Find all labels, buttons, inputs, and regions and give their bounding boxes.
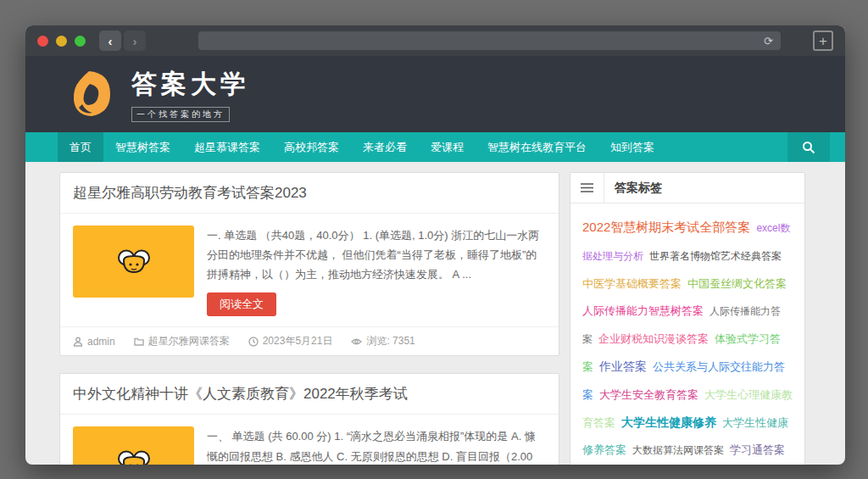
browser-titlebar: ‹ › ⟳ + (25, 25, 845, 56)
main-nav: 首页智慧树答案超星慕课答案高校邦答案来者必看爱课程智慧树在线教育平台知到答案 (25, 132, 845, 162)
tag-link[interactable]: 大学生安全教育答案 (599, 388, 698, 401)
maximize-window-button[interactable] (75, 36, 86, 47)
list-icon (581, 182, 593, 193)
address-bar[interactable]: ⟳ (198, 31, 781, 50)
browser-window: ‹ › ⟳ + 答案大学 一个找答案的地方 首页智慧树答案超星慕课答案高校邦答案… (25, 25, 845, 465)
minimize-window-button[interactable] (56, 36, 67, 47)
read-more-button[interactable]: 阅读全文 (207, 292, 276, 316)
refresh-icon[interactable]: ⟳ (764, 35, 773, 47)
cartoon-dog-face-image (73, 226, 194, 298)
search-button[interactable] (787, 132, 830, 162)
tag-link[interactable]: 人际传播能力智慧树答案 (582, 304, 704, 317)
tag-link[interactable]: 学习通答案 (730, 443, 785, 456)
article-date: 2023年5月21日 (248, 334, 333, 348)
search-icon (802, 141, 815, 154)
url-input[interactable] (198, 31, 781, 50)
browser-back-button[interactable]: ‹ (99, 31, 121, 51)
sidebar-title: 答案标签 (604, 181, 672, 196)
tag-link[interactable]: 大学生性健康修养 (621, 415, 716, 429)
article-title[interactable]: 超星尔雅高职劳动教育考试答案2023 (60, 173, 559, 214)
article-card: 中外文化精神十讲《人文素质教育》2022年秋季考试 一、 (59, 373, 559, 465)
nav-item-来者必看[interactable]: 来者必看 (351, 132, 419, 162)
tag-link[interactable]: 中医学基础概要答案 (582, 277, 682, 290)
main-nav-items: 首页智慧树答案超星慕课答案高校邦答案来者必看爱课程智慧树在线教育平台知到答案 (58, 132, 666, 162)
nav-item-高校邦答案[interactable]: 高校邦答案 (272, 132, 351, 162)
article-thumbnail[interactable] (73, 426, 194, 465)
cartoon-dog-face-image (73, 426, 194, 465)
site-title[interactable]: 答案大学 (131, 67, 250, 102)
page-content: 超星尔雅高职劳动教育考试答案2023 一. 单选题 （共 (25, 162, 845, 465)
site-logo-icon (64, 67, 118, 121)
article-title[interactable]: 中外文化精神十讲《人文素质教育》2022年秋季考试 (60, 374, 559, 415)
tag-cloud: 2022智慧树期末考试全部答案excel数据处理与分析世界著名博物馆艺术经典答案… (570, 203, 804, 465)
site-tagline: 一个找答案的地方 (131, 107, 230, 122)
sidebar: 答案标签 2022智慧树期末考试全部答案excel数据处理与分析世界著名博物馆艺… (570, 172, 805, 465)
article-author: admin (73, 336, 115, 348)
eye-icon (351, 337, 362, 347)
nav-item-智慧树在线教育平台[interactable]: 智慧树在线教育平台 (476, 132, 598, 162)
article-card: 超星尔雅高职劳动教育考试答案2023 一. 单选题 （共 (59, 172, 559, 356)
tag-link[interactable]: 大数据算法网课答案 (632, 444, 724, 456)
nav-item-智慧树答案[interactable]: 智慧树答案 (103, 132, 182, 162)
tag-link[interactable]: 2022智慧树期末考试全部答案 (582, 220, 750, 234)
tag-link[interactable]: 作业答案 (599, 359, 647, 373)
tag-link[interactable]: 世界著名博物馆艺术经典答案 (649, 250, 782, 262)
user-icon (73, 337, 83, 347)
sidebar-header: 答案标签 (570, 173, 804, 203)
article-list: 超星尔雅高职劳动教育考试答案2023 一. 单选题 （共 (59, 172, 559, 465)
tag-link[interactable]: 中国蚕丝绸文化答案 (687, 277, 787, 290)
clock-icon (248, 337, 259, 347)
nav-item-超星慕课答案[interactable]: 超星慕课答案 (182, 132, 272, 162)
nav-item-知到答案[interactable]: 知到答案 (598, 132, 666, 162)
article-views: 浏览: 7351 (351, 334, 415, 348)
site-header: 答案大学 一个找答案的地方 (25, 56, 845, 132)
nav-item-爱课程[interactable]: 爱课程 (419, 132, 476, 162)
folder-icon (134, 337, 144, 347)
article-thumbnail[interactable] (73, 226, 194, 298)
nav-item-首页[interactable]: 首页 (58, 132, 103, 162)
new-tab-button[interactable]: + (813, 31, 833, 51)
article-category[interactable]: 超星尔雅网课答案 (134, 334, 230, 348)
browser-forward-button[interactable]: › (124, 31, 146, 51)
close-window-button[interactable] (37, 36, 48, 47)
traffic-lights (37, 36, 86, 47)
tag-link[interactable]: 企业财税知识漫谈答案 (598, 332, 709, 345)
